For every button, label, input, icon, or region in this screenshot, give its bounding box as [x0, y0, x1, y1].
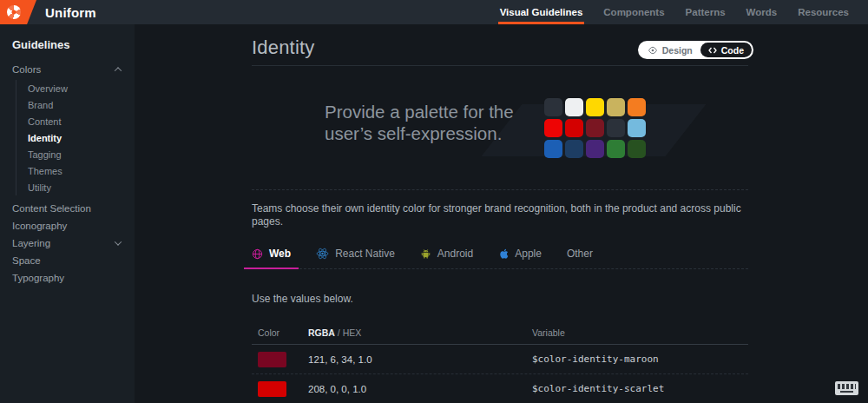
primary-nav: Visual Guidelines Components Patterns Wo…: [490, 0, 868, 24]
tagline-line2: user’s self-expression.: [325, 123, 502, 143]
tab-apple-label: Apple: [515, 248, 542, 260]
sidebar-item-utility[interactable]: Utility: [28, 179, 135, 195]
identity-palette: [544, 98, 646, 158]
color-swatch-scarlet: [258, 381, 286, 397]
sidebar: Guidelines Colors Overview Brand Content…: [0, 24, 135, 403]
code-toggle-button[interactable]: Code: [700, 43, 752, 57]
page-header: Identity Design Code: [252, 24, 748, 66]
android-icon: [420, 248, 431, 260]
table-row: 121, 6, 34, 1.0 $color-identity-maroon: [252, 345, 748, 374]
apple-icon: [498, 248, 509, 260]
tab-apple[interactable]: Apple: [498, 239, 542, 268]
tagline-line1: Provide a palette for the: [325, 102, 514, 122]
palette-swatch: [607, 140, 625, 158]
description-text: Teams choose their own identity color fo…: [252, 202, 748, 228]
content-column: Identity Design Code Provide a palette f…: [252, 24, 748, 403]
nav-words[interactable]: Words: [736, 0, 788, 24]
sidebar-item-layering[interactable]: Layering: [12, 235, 135, 252]
variable-name: $color-identity-scarlet: [532, 383, 748, 394]
tab-web-label: Web: [269, 248, 291, 260]
tab-android-label: Android: [437, 248, 473, 260]
rgba-value: 208, 0, 0, 1.0: [308, 384, 532, 394]
top-header: Uniform Visual Guidelines Components Pat…: [0, 0, 868, 24]
palette-swatch: [544, 98, 562, 116]
palette-swatch: [607, 119, 625, 137]
palette-swatch: [544, 140, 562, 158]
sidebar-item-colors-label: Colors: [12, 64, 41, 75]
globe-icon: [252, 248, 263, 260]
palette-swatch: [586, 119, 604, 137]
table-header-variable: Variable: [532, 327, 748, 338]
palette-swatch: [628, 119, 646, 137]
table-header-rgba-hex: RGBA / HEX: [308, 327, 532, 338]
tab-web[interactable]: Web: [252, 239, 291, 268]
sidebar-item-typography-label: Typography: [12, 273, 64, 283]
sidebar-item-typography[interactable]: Typography: [12, 269, 135, 287]
platform-tabs: Web React Native Android Apple Other: [252, 239, 748, 269]
palette-swatch: [565, 140, 583, 158]
palette-swatch: [586, 98, 604, 116]
sidebar-item-colors[interactable]: Colors: [12, 61, 135, 78]
sidebar-item-tagging[interactable]: Tagging: [28, 146, 135, 162]
palette-swatch: [628, 98, 646, 116]
design-toggle-label: Design: [662, 45, 693, 56]
sidebar-item-layering-label: Layering: [12, 238, 50, 248]
palette-swatch: [586, 140, 604, 158]
tab-android[interactable]: Android: [420, 239, 473, 268]
sidebar-item-space-label: Space: [12, 255, 41, 266]
palette-swatch: [565, 98, 583, 116]
sidebar-item-themes[interactable]: Themes: [28, 162, 135, 179]
sidebar-item-space[interactable]: Space: [12, 252, 135, 269]
identity-hero: Provide a palette for the user’s self-ex…: [252, 66, 748, 189]
main-content: Identity Design Code Provide a palette f…: [135, 24, 868, 403]
values-intro-text: Use the values below.: [252, 293, 748, 306]
pinwheel-shield-icon: [7, 5, 21, 19]
brand-logo-background: [0, 0, 36, 24]
sidebar-item-identity[interactable]: Identity: [28, 129, 135, 146]
sidebar-item-content-selection-label: Content Selection: [12, 203, 91, 214]
palette-swatch: [544, 119, 562, 137]
palette-swatch: [607, 98, 625, 116]
keyboard-icon[interactable]: [835, 381, 858, 395]
color-swatch-maroon: [258, 352, 286, 367]
table-header-color: Color: [252, 327, 308, 338]
nav-resources[interactable]: Resources: [787, 0, 859, 24]
nav-visual-guidelines[interactable]: Visual Guidelines: [490, 0, 594, 24]
sidebar-item-iconography-label: Iconography: [12, 221, 67, 231]
tab-react-native-label: React Native: [335, 248, 395, 260]
chevron-down-icon: [115, 238, 122, 245]
rgba-value: 121, 6, 34, 1.0: [308, 354, 532, 365]
tagline: Provide a palette for the user’s self-ex…: [325, 101, 514, 144]
sidebar-item-iconography[interactable]: Iconography: [12, 217, 135, 235]
table-row: 208, 0, 0, 1.0 $color-identity-scarlet: [252, 374, 748, 403]
sidebar-item-content-selection[interactable]: Content Selection: [12, 200, 135, 217]
sidebar-item-content[interactable]: Content: [28, 113, 135, 129]
table-header-hex: / HEX: [335, 327, 361, 338]
code-icon: [708, 47, 717, 54]
tab-other-label: Other: [567, 248, 593, 260]
variable-name: $color-identity-maroon: [532, 353, 748, 365]
eye-icon: [648, 46, 658, 55]
tab-react-native[interactable]: React Native: [316, 239, 395, 268]
react-icon: [316, 248, 329, 260]
row-swatch-cell: [252, 381, 308, 397]
palette-swatch: [565, 119, 583, 137]
color-values-table: Color RGBA / HEX Variable 121, 6, 34, 1.…: [252, 327, 748, 403]
nav-components[interactable]: Components: [593, 0, 674, 24]
sidebar-item-brand[interactable]: Brand: [28, 96, 135, 113]
tab-other[interactable]: Other: [567, 239, 593, 268]
nav-patterns[interactable]: Patterns: [675, 0, 736, 24]
palette-swatch: [628, 140, 646, 158]
sidebar-heading: Guidelines: [12, 38, 135, 51]
table-header-row: Color RGBA / HEX Variable: [252, 327, 748, 345]
code-toggle-label: Code: [721, 45, 744, 56]
brand-name: Uniform: [45, 5, 96, 20]
table-header-rgba: RGBA: [308, 327, 335, 338]
chevron-up-icon: [115, 67, 122, 74]
hero-divider: [252, 189, 748, 190]
brand-logo[interactable]: Uniform: [0, 0, 96, 24]
row-swatch-cell: [252, 352, 308, 367]
sidebar-colors-children: Overview Brand Content Identity Tagging …: [16, 80, 135, 195]
sidebar-item-overview[interactable]: Overview: [28, 80, 135, 96]
design-toggle-button[interactable]: Design: [640, 43, 700, 57]
